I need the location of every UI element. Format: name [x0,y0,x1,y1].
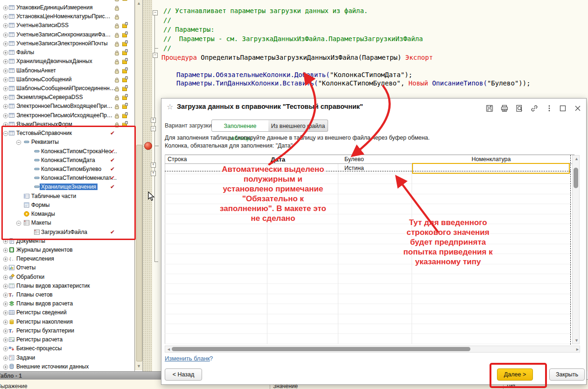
tree-item[interactable]: КолонкаСТипомСтрокаНео…✔ [0,147,134,156]
tree-item[interactable]: Задачи [0,354,134,362]
grid-row[interactable] [165,324,574,334]
tree-item[interactable]: ЭлектронноеПисьмоИсходящееПр… [0,111,134,120]
grid-row[interactable] [165,304,574,314]
tree-item[interactable]: ШаблоныАнкет [0,66,134,75]
panel-divider[interactable] [134,0,135,371]
expand-icon[interactable] [2,355,7,360]
expand-icon[interactable] [2,283,7,288]
expand-icon[interactable] [2,113,7,118]
grid-header-2[interactable]: Дата [271,156,336,163]
tree-item[interactable]: Макеты [0,219,134,227]
expand-icon[interactable]: + [151,163,156,168]
tab-fill-table[interactable]: Заполнение таблицы [211,120,269,132]
scroll-down-icon[interactable]: ▼ [137,364,141,368]
tree-item[interactable]: TтПланы счетов [0,290,134,299]
next-button[interactable]: Далее > [497,368,533,381]
grid-cell-bool[interactable]: Истина [344,165,364,171]
expand-icon[interactable] [2,337,7,342]
expand-icon[interactable] [2,247,7,252]
expand-icon[interactable] [2,310,7,315]
tree-item[interactable]: ХранилищеДвоичныхДанных [0,57,134,66]
tree-item[interactable]: УчетныеЗаписиDSS [0,21,134,30]
breakpoint-icon[interactable] [144,142,152,150]
expand-icon[interactable] [2,50,7,55]
grid-header-4[interactable]: Номенклатура [412,156,571,163]
grid-row[interactable] [165,264,574,274]
expand-icon[interactable] [2,32,7,37]
expand-icon[interactable] [2,68,7,73]
expand-icon[interactable] [2,85,7,91]
expand-icon[interactable] [2,256,7,261]
tree-item[interactable]: ЭкземплярыСервераDSS [0,93,134,102]
grid-horizontal-scrollbar[interactable]: ◄ ► [165,346,580,353]
grid-row[interactable] [165,214,574,224]
grid-row[interactable] [165,184,574,194]
collapse-icon[interactable] [15,220,21,225]
expand-icon[interactable] [2,58,7,64]
grid-row[interactable] [165,234,574,244]
tree-item[interactable]: Регистры расчета [0,335,134,344]
grid-row[interactable] [165,314,574,324]
tab-from-file[interactable]: Из внешнего файла [268,120,328,132]
expand-icon[interactable] [2,5,7,10]
grid-row[interactable] [165,174,574,184]
expand-icon[interactable] [2,265,7,270]
print-icon[interactable] [500,104,509,113]
tree-item[interactable]: ШаблоныСообщенийПрисоединенн… [0,84,134,93]
grid-row[interactable] [165,334,574,344]
save-icon[interactable] [485,104,494,113]
tree-item[interactable]: КолонкаСТипомБулево✔ [0,165,134,174]
tree-item[interactable]: Файлы [0,48,134,57]
tree-item[interactable]: Регистры накопления [0,318,134,326]
close-button[interactable]: Закрыть [549,368,585,381]
tree-item[interactable]: КолонкаСТипомДата✔ [0,156,134,165]
tree-item[interactable]: УчетныеЗаписиЭлектроннойПочты [0,39,134,48]
tree-item[interactable]: Формы [0,201,134,210]
tree-scrollbar-thumb[interactable] [136,145,142,361]
help-link[interactable]: ? [210,355,213,362]
expand-icon[interactable] [2,328,7,333]
expand-icon[interactable] [2,364,7,369]
grid-row[interactable] [165,224,574,234]
grid-row[interactable] [165,294,574,304]
grid-row[interactable] [165,284,574,294]
expand-icon[interactable] [2,319,7,324]
tree-item[interactable]: КолонкаСТипомНоменклат…✔ [0,174,134,183]
scrollbar-thumb[interactable] [574,168,578,188]
tree-item[interactable]: Команды [0,210,134,219]
breakpoint-gutter[interactable] [143,0,152,371]
tree-item[interactable]: ЭлектронноеПисьмоВходящееПри… [0,102,134,111]
metadata-tree-panel[interactable]: УпаковкиЕдиницыИзмеренияУстановкаЦенНоме… [0,0,134,371]
tree-item[interactable]: УпаковкиЕдиницыИзмерения [0,3,134,12]
collapse-icon[interactable]: − [153,10,158,15]
tree-item[interactable]: Бизнес-процессы [0,344,134,353]
collapse-icon[interactable]: − [151,126,156,131]
expand-icon[interactable]: + [151,171,156,176]
scroll-up-icon[interactable]: ▲ [137,1,141,6]
grid-header-1[interactable]: Строка [168,156,263,163]
grid-vertical-scrollbar[interactable]: ▲ ▼ [572,155,580,344]
collapse-icon[interactable]: − [153,53,158,58]
expand-icon[interactable] [2,77,7,82]
expand-icon[interactable] [2,14,7,19]
scroll-left-icon[interactable]: ◄ [167,347,171,352]
tree-item[interactable]: Регистры сведений [0,308,134,317]
expand-icon[interactable]: + [151,118,156,123]
scroll-right-icon[interactable]: ► [575,347,580,352]
tree-item[interactable]: УчетныеЗаписиСинхронизацииФа… [0,30,134,39]
expand-icon[interactable] [2,346,7,351]
expand-icon[interactable] [2,41,7,46]
expand-icon[interactable] [2,94,7,99]
expand-icon[interactable] [2,121,7,127]
tree-item[interactable]: ШаблоныСообщений [0,75,134,84]
edit-form-link[interactable]: Изменить бланк [165,355,210,362]
tree-item[interactable]: ЯзыкиПечатныхФорм [0,120,134,129]
tree-item[interactable]: Отчеты [0,263,134,272]
grid-row[interactable] [165,194,574,204]
tree-item[interactable]: {..}Перечисления [0,255,134,263]
tree-item[interactable]: Табличные части [0,192,134,201]
expand-icon[interactable] [2,301,7,306]
tree-item[interactable]: Внешние источники данных [0,362,134,371]
grid-row[interactable] [165,244,574,254]
grid-row[interactable] [165,254,574,264]
